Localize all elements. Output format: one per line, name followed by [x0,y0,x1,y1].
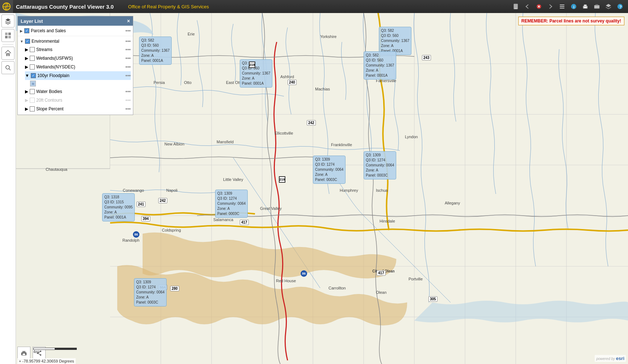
svg-rect-11 [584,7,586,8]
layer-item-wetlands-usfws[interactable]: ▶ Wetlands(USFWS) ••• [25,54,131,63]
coordinates-display: + -78.95799 42.30659 Degrees [17,358,76,364]
wetlands-nysdec-expand-icon: ▶ [25,64,28,69]
sidebar [0,13,16,364]
layer-group-parcels-header[interactable]: ▶ Parcels and Sales ••• [20,27,131,35]
svg-rect-12 [594,5,599,8]
layer-item-floodplain-icon [30,80,131,87]
header-toolbar: i ? [511,1,628,12]
environmental-label: Environmental [32,39,124,44]
scale-bar: 4mi [33,348,77,354]
layer-panel-close-button[interactable]: × [127,18,130,24]
streams-label: Streams [36,47,124,52]
search-button[interactable] [1,61,14,74]
help-icon[interactable]: ? [615,1,625,12]
water-bodies-checkbox[interactable] [30,89,35,94]
contours-checkbox[interactable] [30,98,35,103]
layer-group-parcels: ▶ Parcels and Sales ••• [18,26,133,36]
layer-group-environmental: ▼ Environmental ••• ▶ Streams ••• ▶ Wetl… [18,36,133,115]
layer-item-slope[interactable]: ▶ Slope Percent ••• [25,105,131,113]
svg-rect-5 [560,6,565,7]
wetlands-nysdec-options-icon[interactable]: ••• [125,64,131,70]
layer-item-water-bodies[interactable]: ▶ Water Bodies ••• [25,87,131,96]
streams-expand-icon: ▶ [25,47,28,52]
floodplain-options-icon[interactable]: ••• [125,73,131,79]
app-logo [0,0,13,13]
share-icon[interactable] [592,1,602,12]
svg-rect-20 [7,54,9,56]
wetlands-usfws-label: Wetlands(USFWS) [36,56,124,61]
svg-text:i: i [573,5,574,9]
floodplain-expand-icon: ▼ [25,73,29,78]
print-button[interactable] [17,347,30,360]
environmental-expand-icon: ▼ [20,39,24,43]
floodplain-label: 100yr Floodplain [37,73,124,78]
back-icon[interactable] [522,1,532,12]
contours-expand-icon: ▶ [25,98,28,103]
esri-logo: powered by esri [595,355,626,362]
svg-rect-16 [8,33,11,35]
layer-group-environmental-header[interactable]: ▼ Environmental ••• [20,37,131,45]
forward-icon[interactable] [545,1,556,12]
app-title: Cattaraugus County Parcel Viewer 3.0 [16,4,114,10]
svg-rect-10 [584,5,586,7]
svg-point-46 [40,354,41,356]
slope-expand-icon: ▶ [25,106,28,111]
print-icon[interactable] [580,1,590,12]
parcels-label: Parcels and Sales [31,28,124,33]
wetlands-usfws-expand-icon: ▶ [25,56,28,61]
svg-text:?: ? [619,4,622,9]
environmental-checkbox[interactable] [25,39,30,44]
layer-item-floodplain[interactable]: ▼ 100yr Floodplain ••• [25,71,131,80]
svg-rect-15 [5,33,8,35]
layer-item-streams[interactable]: ▶ Streams ••• [25,45,131,54]
list-icon[interactable] [557,1,567,12]
layer-panel-title: Layer List [21,18,43,24]
streams-options-icon[interactable]: ••• [125,47,131,52]
stop-icon[interactable] [534,1,544,12]
basemap-button[interactable] [1,29,14,42]
layer-panel: Layer List × ▶ Parcels and Sales ••• ▼ E… [17,16,133,115]
svg-rect-43 [22,354,25,355]
wetlands-usfws-checkbox[interactable] [30,56,35,61]
water-bodies-label: Water Bodies [36,89,124,94]
svg-rect-42 [22,351,25,353]
layer-item-contours[interactable]: ▶ 20ft Contours ••• [25,96,131,105]
home-button[interactable] [1,47,14,60]
svg-rect-17 [5,36,8,38]
water-bodies-options-icon[interactable]: ••• [125,89,131,94]
svg-rect-4 [560,5,565,5]
header: Cattaraugus County Parcel Viewer 3.0 Off… [0,0,628,13]
slope-checkbox[interactable] [30,106,35,111]
layer-item-wetlands-nysdec[interactable]: ▶ Wetlands(NYSDEC) ••• [25,63,131,71]
sidebar-divider [3,44,13,45]
scale-label: 4mi [33,350,39,354]
streams-checkbox[interactable] [30,47,35,52]
svg-rect-18 [8,36,11,38]
water-bodies-expand-icon: ▶ [25,89,28,94]
parcels-options-icon[interactable]: ••• [125,28,131,34]
layers-button[interactable] [1,14,14,27]
floodplain-checkbox[interactable] [31,73,36,78]
contours-options-icon[interactable]: ••• [125,97,131,103]
environmental-options-icon[interactable]: ••• [125,38,131,44]
floodplain-swatch [30,81,36,86]
wetlands-usfws-options-icon[interactable]: ••• [125,55,131,61]
slope-label: Slope Percent [36,106,124,111]
wetlands-nysdec-label: Wetlands(NYSDEC) [36,64,124,69]
slope-options-icon[interactable]: ••• [125,106,131,112]
app-subtitle: Office of Real Property & GIS Services [128,4,209,9]
parcels-checkbox[interactable] [24,28,29,33]
wetlands-nysdec-checkbox[interactable] [30,64,35,69]
contours-label: 20ft Contours [36,98,124,103]
svg-point-21 [6,65,9,69]
layer-panel-header: Layer List × [18,16,133,26]
warning-banner: REMEMBER: Parcel lines are not survey qu… [518,17,624,25]
layers-icon[interactable] [603,1,614,12]
svg-rect-6 [560,8,565,9]
info-icon[interactable]: i [569,1,579,12]
bookmark-icon[interactable] [511,1,521,12]
parcels-expand-icon: ▶ [20,29,23,33]
